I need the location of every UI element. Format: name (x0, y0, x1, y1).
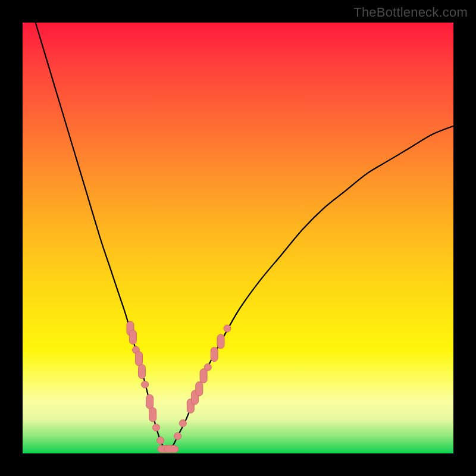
curve-marker (146, 394, 154, 409)
curve-marker (224, 325, 231, 332)
plot-area (23, 23, 453, 453)
curve-marker (135, 352, 142, 366)
chart-stage: TheBottleneck.com (0, 0, 476, 476)
chart-svg (23, 23, 453, 453)
curve-marker (211, 347, 218, 361)
attribution-label: TheBottleneck.com (353, 5, 468, 20)
curve-marker (164, 446, 178, 453)
curve-marker (200, 369, 207, 383)
curve-marker (196, 381, 203, 396)
curve-marker (179, 419, 186, 427)
curve-line (36, 23, 453, 450)
curve-marker (204, 364, 211, 371)
curve-marker (149, 408, 156, 422)
curve-marker (174, 433, 181, 440)
curve-marker (217, 334, 224, 349)
curve-marker (139, 364, 146, 378)
curve-marker (142, 381, 149, 388)
curve-marker (129, 330, 136, 345)
curve-markers (127, 321, 231, 453)
curve-marker (152, 424, 159, 431)
curve-marker (157, 437, 164, 444)
